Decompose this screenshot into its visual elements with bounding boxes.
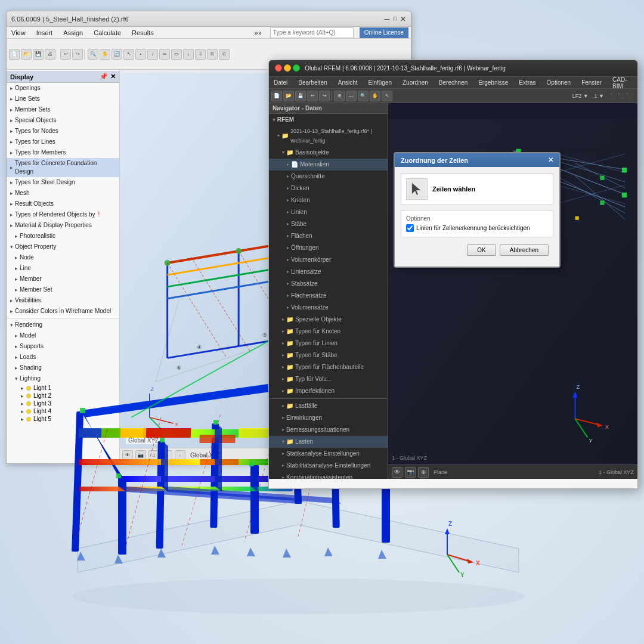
tb-result2[interactable]: G xyxy=(219,49,230,60)
front-menu-berechnen[interactable]: Berechnen xyxy=(436,79,470,86)
nav-types-members[interactable]: ▸ Types for Members xyxy=(7,147,119,158)
nav-rendering[interactable]: ▾ Rendering xyxy=(7,320,119,330)
front-menu-bearbeiten[interactable]: Bearbeiten xyxy=(296,79,329,86)
front-menu-cadbim[interactable]: CAD-BIM xyxy=(610,76,629,90)
ft-icon4[interactable]: ↩ xyxy=(307,91,318,101)
front-nav-statik[interactable]: ▸ Statikanalyse-Einstellungen xyxy=(269,448,388,460)
tb-node[interactable]: • xyxy=(135,49,146,60)
nav-light2[interactable]: ▸ Light 2 xyxy=(7,392,119,400)
nav-steel-design[interactable]: ▸ Types for Steel Design xyxy=(7,177,119,188)
nav-types-nodes[interactable]: ▸ Types for Nodes xyxy=(7,126,119,137)
front-nav-flaechen[interactable]: ▸ Flächen xyxy=(269,230,388,242)
front-menu-optionen[interactable]: Optionen xyxy=(544,79,574,86)
front-nav-knoten[interactable]: ▸ Knoten xyxy=(269,194,388,206)
front-nav-spezielle[interactable]: ▸ 📁 Spezielle Objekte xyxy=(269,314,388,326)
online-license-button[interactable]: Online License xyxy=(360,27,408,38)
dialog-ok-button[interactable]: OK xyxy=(467,244,496,256)
front-nav-einwirkungen[interactable]: ▸ Einwirkungen xyxy=(269,412,388,424)
nav-light1[interactable]: ▸ Light 1 xyxy=(7,384,119,392)
nav-model[interactable]: ▸ Model xyxy=(7,330,119,341)
tb-open[interactable]: 📂 xyxy=(21,49,32,60)
menu-results[interactable]: Results xyxy=(129,29,156,37)
front-nav-volumensaetze[interactable]: ▸ Volumensätze xyxy=(269,302,388,314)
tb-print[interactable]: 🖨 xyxy=(45,49,55,60)
bt-zoom-out[interactable]: - xyxy=(175,450,185,461)
dialog-checkbox-input[interactable] xyxy=(406,224,414,232)
nav-openings[interactable]: ▸ Openings xyxy=(7,83,119,94)
ft-icon6[interactable]: ⊕ xyxy=(334,91,345,101)
nav-line[interactable]: ▸ Line xyxy=(7,263,119,274)
nav-special[interactable]: ▸ Special Objects xyxy=(7,115,119,126)
nav-light4[interactable]: ▸ Light 4 xyxy=(7,407,119,415)
front-nav-basisobjekte[interactable]: ▾ 📁 Basisobjekte xyxy=(269,147,388,159)
front-menu-einfuegen[interactable]: Einfügen xyxy=(366,79,394,86)
front-nav-flaechensaetze[interactable]: ▸ Flächensätze xyxy=(269,290,388,302)
tb-save[interactable]: 💾 xyxy=(33,49,44,60)
front-nav-querschnitte[interactable]: ▸ Querschnitte xyxy=(269,171,388,182)
front-nav-lasten[interactable]: ▾ 📁 Lasten xyxy=(269,436,388,448)
front-nav-materialien[interactable]: ▸ 📄 Materialien xyxy=(269,159,388,171)
front-max-btn[interactable] xyxy=(293,64,300,72)
nav-concrete-foundation[interactable]: ▸ Types for Concrete Foundation Design xyxy=(7,158,119,177)
nav-loads[interactable]: ▸ Loads xyxy=(7,352,119,363)
tb-line[interactable]: / xyxy=(147,49,158,60)
bt-view2[interactable]: 📷 xyxy=(135,450,146,461)
fvbt-1[interactable]: 👁 xyxy=(392,467,402,478)
bt-reset[interactable]: ⌂ xyxy=(148,450,159,461)
nav-shading[interactable]: ▸ Shading xyxy=(7,363,119,373)
search-input[interactable] xyxy=(270,27,354,38)
front-nav-bemsituationen[interactable]: ▸ Bemessungssituationen xyxy=(269,424,388,436)
front-nav-kombinationsass[interactable]: ▸ Kombinationsassistenten xyxy=(269,472,388,479)
front-nav-typen-knoten[interactable]: ▸ 📁 Typen für Knoten xyxy=(269,326,388,338)
tb-result1[interactable]: R xyxy=(207,49,218,60)
nav-object-property[interactable]: ▾ Object Property xyxy=(7,242,119,252)
menu-insert[interactable]: Insert xyxy=(34,29,55,37)
ft-icon7[interactable]: — xyxy=(346,91,357,101)
menu-assign[interactable]: Assign xyxy=(61,29,85,37)
front-nav-staebe[interactable]: ▸ Stäbe xyxy=(269,218,388,230)
front-nav-liniensaetze[interactable]: ▸ Liniensätze xyxy=(269,266,388,278)
nav-lighting[interactable]: ▾ Lighting xyxy=(7,373,119,384)
front-nav-file[interactable]: ▾ 📁 2021-10-13_Stahlhalle_fertig.rf6* | … xyxy=(269,125,388,147)
nav-mesh[interactable]: ▸ Mesh xyxy=(7,188,119,199)
ft-icon8[interactable]: 🔍 xyxy=(358,91,369,101)
front-nav-typen-flaechen[interactable]: ▸ 📁 Typen für Flächenbauteile xyxy=(269,361,388,373)
tb-zoom[interactable]: 🔍 xyxy=(88,49,98,60)
nav-linesets[interactable]: ▸ Line Sets xyxy=(7,94,119,104)
nav-supports[interactable]: ▸ Supports xyxy=(7,341,119,352)
tb-surface[interactable]: ▭ xyxy=(171,49,182,60)
front-menu-hilfe[interactable]: Hilfe xyxy=(636,79,638,86)
front-menu-datei[interactable]: Datei xyxy=(271,79,290,86)
front-menu-ansicht[interactable]: Ansicht xyxy=(336,79,360,86)
tb-load2[interactable]: ⇩ xyxy=(195,49,206,60)
nav-membersets[interactable]: ▸ Member Sets xyxy=(7,104,119,115)
tb-rotate[interactable]: 🔄 xyxy=(112,49,122,60)
bt-zoom-in[interactable]: + xyxy=(162,450,172,461)
tb-member[interactable]: ═ xyxy=(159,49,170,60)
nav-result-objects[interactable]: ▸ Result Objects xyxy=(7,199,119,209)
front-nav-typen-staebe[interactable]: ▸ 📁 Typen für Stäbe xyxy=(269,349,388,361)
menu-calculate[interactable]: Calculate xyxy=(91,29,123,37)
front-nav-stabilitat[interactable]: ▸ Stabilitätsanalyse-Einstellungen xyxy=(269,460,388,472)
nav-light3[interactable]: ▸ Light 3 xyxy=(7,400,119,407)
front-nav-dicken[interactable]: ▸ Dicken xyxy=(269,182,388,194)
tb-select[interactable]: ↖ xyxy=(123,49,134,60)
ft-icon3[interactable]: 💾 xyxy=(295,91,306,101)
tb-undo[interactable]: ↩ xyxy=(60,49,71,60)
front-nav-imperfektionen[interactable]: ▸ 📁 Imperfektionen xyxy=(269,385,388,397)
nav-photorealistic[interactable]: ▸ Photorealistic xyxy=(7,231,119,242)
front-menu-fenster[interactable]: Fenster xyxy=(579,79,604,86)
back-close-icon[interactable]: ✕ xyxy=(400,15,406,23)
front-menu-extras[interactable]: Extras xyxy=(516,79,538,86)
nav-rendered-types[interactable]: ▸ Types of Rendered Objects by ! xyxy=(7,209,119,220)
fvbt-3[interactable]: ⊕ xyxy=(418,467,429,478)
nav-types-lines[interactable]: ▸ Types for Lines xyxy=(7,137,119,147)
tb-load1[interactable]: ↓ xyxy=(183,49,194,60)
nav-light5[interactable]: ▸ Light 5 xyxy=(7,415,119,423)
nav-node[interactable]: ▸ Node xyxy=(7,252,119,263)
tb-pan[interactable]: ✋ xyxy=(100,49,110,60)
front-nav-typen-linien[interactable]: ▸ 📁 Typen für Linien xyxy=(269,338,388,349)
back-maximize-icon[interactable]: □ xyxy=(393,15,397,23)
ft-icon5[interactable]: ↪ xyxy=(319,91,330,101)
dialog-close-icon[interactable]: ✕ xyxy=(548,156,553,164)
